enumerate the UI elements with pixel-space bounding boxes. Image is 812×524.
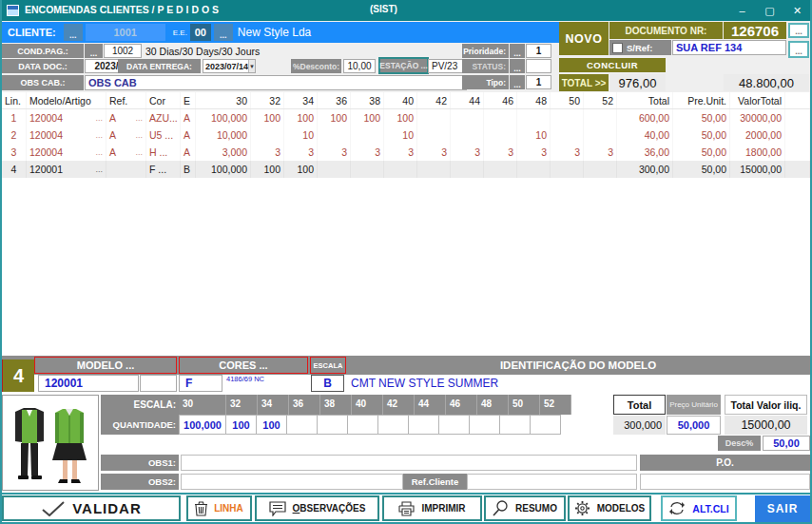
cell-lin[interactable]: 1 [2, 109, 27, 126]
cliente-lookup-button[interactable]: ... [64, 24, 83, 41]
cell-size-48[interactable] [517, 109, 551, 126]
qty-cell-48[interactable] [469, 415, 500, 435]
minimize-button[interactable]: – [728, 0, 756, 21]
cell-size-48[interactable]: 10 [517, 126, 551, 144]
cell-size-38[interactable] [351, 161, 384, 178]
obs2-field-2[interactable] [467, 474, 637, 490]
order-row-2[interactable]: 2120004...A...U5 ...A10,00010101040,0050… [2, 126, 810, 144]
detail-preco-field[interactable]: 50,000 [667, 416, 721, 435]
cell-size-42[interactable]: 3 [417, 144, 451, 161]
close-button[interactable]: ✕ [783, 0, 811, 21]
cell-size-44[interactable] [451, 161, 484, 178]
sref-lookup-button[interactable]: ... [788, 41, 809, 58]
prioridade-field[interactable]: 1 [526, 44, 551, 58]
cell-size-30[interactable]: 100,000 [196, 109, 251, 126]
detail-escala-field[interactable]: B [311, 375, 344, 392]
cell-size-44[interactable] [451, 109, 484, 126]
cell-cor[interactable]: H ... [146, 144, 181, 161]
sref-field[interactable]: SUA REF 134 [672, 40, 786, 55]
cell-size-32[interactable]: 3 [251, 144, 284, 161]
cell-size-52[interactable]: 3 [584, 144, 617, 161]
cell-size-40[interactable] [384, 161, 417, 178]
cell-escala[interactable]: A [181, 126, 196, 144]
qty-cell-42[interactable] [377, 415, 409, 435]
cell-size-50[interactable]: 3 [551, 144, 584, 161]
observacoes-button[interactable]: OBSERVAÇÕES [255, 495, 379, 521]
linha-button[interactable]: LINHA [186, 495, 252, 521]
order-row-1[interactable]: 1120004...A...AZU...A100,000100100100100… [2, 109, 810, 126]
cell-size-34[interactable]: 100 [284, 109, 318, 126]
condpag-code-field[interactable]: 1002 [104, 44, 142, 58]
ref-cliente-button[interactable]: Ref.Cliente [403, 474, 467, 490]
prioridade-lookup-button[interactable]: ... [510, 44, 525, 58]
cell-ref[interactable]: A... [106, 109, 146, 126]
cell-size-40[interactable]: 100 [384, 109, 417, 126]
detail-modelo-extra-field[interactable] [140, 375, 177, 392]
sref-checkbox[interactable] [612, 43, 623, 53]
qty-cell-34[interactable]: 100 [256, 415, 287, 435]
cell-size-42[interactable] [417, 161, 451, 178]
cell-size-38[interactable]: 100 [351, 109, 384, 126]
cell-modelo[interactable]: 120004... [27, 109, 106, 126]
cell-size-38[interactable] [351, 126, 384, 144]
cell-size-52[interactable] [584, 161, 617, 178]
cell-size-36[interactable]: 100 [318, 109, 351, 126]
qty-cell-36[interactable] [286, 415, 318, 435]
cell-size-50[interactable] [551, 126, 584, 144]
cell-size-46[interactable] [484, 126, 517, 144]
cell-size-30[interactable]: 3,000 [196, 144, 251, 161]
estacao-button[interactable]: ESTAÇÃO ... [378, 57, 429, 74]
sair-button[interactable]: SAIR [755, 495, 810, 522]
cell-size-46[interactable] [484, 161, 517, 178]
order-row-3[interactable]: 3120004...A...H ...A3,0003333333333336,0… [2, 144, 810, 161]
qty-cell-40[interactable] [347, 415, 378, 435]
novo-button[interactable]: NOVO [559, 22, 609, 55]
qty-cell-32[interactable]: 100 [225, 415, 257, 435]
cell-size-50[interactable] [551, 161, 584, 178]
cell-lin[interactable]: 2 [2, 126, 27, 144]
obs2-field-1[interactable] [181, 474, 403, 490]
cell-size-46[interactable]: 3 [484, 144, 517, 161]
cell-size-50[interactable] [551, 109, 584, 126]
resumo-button[interactable]: RESUMO [484, 495, 566, 521]
obscab-field[interactable]: OBS CAB [85, 75, 467, 90]
modelos-button[interactable]: MODELOS [568, 495, 651, 521]
documento-lookup-button[interactable]: ... [788, 23, 809, 38]
cell-modelo[interactable]: 120004... [27, 126, 106, 144]
cell-size-48[interactable]: 3 [517, 144, 551, 161]
status-lookup-button[interactable]: ... [510, 59, 525, 73]
cell-ref[interactable] [106, 161, 146, 178]
cell-lin[interactable]: 3 [2, 144, 27, 161]
cell-size-32[interactable]: 100 [251, 161, 284, 178]
cell-modelo[interactable]: 120001... [27, 161, 106, 178]
qty-cell-52[interactable] [530, 415, 561, 435]
cell-cor[interactable]: AZU... [146, 109, 181, 126]
cell-escala[interactable]: B [181, 161, 196, 178]
cell-size-34[interactable]: 3 [284, 144, 318, 161]
cliente-name-lookup-button[interactable]: ... [214, 24, 233, 41]
desconto-field[interactable]: 10,00 [343, 59, 376, 73]
cell-size-48[interactable] [517, 161, 551, 178]
condpag-lookup-button[interactable]: ... [85, 44, 103, 58]
cell-size-34[interactable]: 10 [284, 126, 318, 144]
cell-size-40[interactable]: 3 [384, 144, 417, 161]
desc-percent-field[interactable]: 50,00 [763, 436, 810, 451]
qty-cell-30[interactable]: 100,000 [179, 415, 226, 435]
cell-size-46[interactable] [484, 109, 517, 126]
cell-size-44[interactable] [451, 126, 484, 144]
cell-escala[interactable]: A [181, 109, 196, 126]
alt-cli-button[interactable]: ALT.CLI [661, 495, 737, 521]
cell-size-30[interactable]: 100,000 [196, 161, 251, 178]
po-field[interactable] [640, 474, 810, 490]
status-field[interactable] [526, 59, 551, 73]
cell-size-52[interactable] [584, 109, 617, 126]
cell-ref[interactable]: A... [106, 144, 146, 161]
chevron-down-icon[interactable]: ▼ [248, 60, 255, 72]
cell-size-42[interactable] [417, 109, 451, 126]
tipo-field[interactable]: 1 [526, 75, 551, 89]
qty-cell-44[interactable] [408, 415, 439, 435]
cell-size-36[interactable]: 3 [318, 144, 351, 161]
cell-cor[interactable]: F ... [146, 161, 181, 178]
cell-modelo[interactable]: 120004... [27, 144, 106, 161]
cell-size-40[interactable]: 10 [384, 126, 417, 144]
